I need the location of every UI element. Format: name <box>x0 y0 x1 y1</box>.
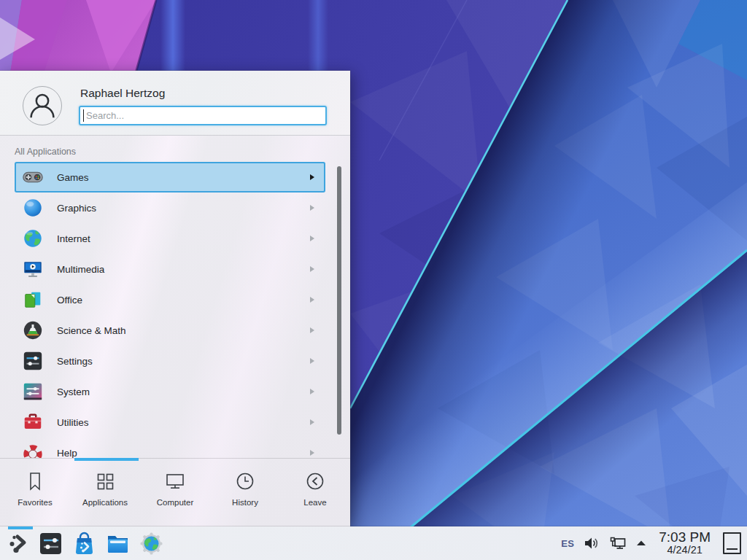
digital-clock[interactable]: 7:03 PM 4/24/21 <box>656 530 713 556</box>
grid-icon <box>94 470 116 492</box>
submenu-arrow-icon <box>310 174 314 180</box>
gamepad-icon <box>22 166 44 188</box>
user-avatar[interactable] <box>23 86 62 125</box>
bookmark-icon <box>24 470 46 492</box>
submenu-arrow-icon <box>310 450 314 456</box>
system-settings-button[interactable] <box>39 532 63 556</box>
toolbox-icon <box>22 411 44 433</box>
web-browser-button[interactable] <box>139 532 163 556</box>
exit-icon <box>304 470 326 492</box>
submenu-arrow-icon <box>310 327 314 333</box>
launcher-tab-bar: Favorites Applications Computer <box>0 458 350 526</box>
application-launcher-button[interactable] <box>0 526 35 560</box>
submenu-arrow-icon <box>310 236 314 241</box>
kde-launcher-icon <box>5 531 30 556</box>
submenu-arrow-icon <box>310 205 314 211</box>
show-desktop-icon <box>727 548 738 550</box>
active-tab-indicator <box>74 458 139 461</box>
category-graphics[interactable]: Graphics <box>15 192 325 223</box>
tab-favorites[interactable]: Favorites <box>0 459 70 526</box>
file-manager-button[interactable] <box>106 532 130 556</box>
taskbar-panel: ES <box>0 526 747 560</box>
monitor-play-icon <box>22 258 44 280</box>
system-settings-icon <box>39 532 63 556</box>
discover-button[interactable] <box>72 532 96 556</box>
category-list: Games Graphics <box>15 162 325 458</box>
sliders-dark-icon <box>22 350 44 372</box>
category-multimedia[interactable]: Multimedia <box>15 254 325 284</box>
show-desktop-button[interactable] <box>723 532 741 554</box>
flask-icon <box>22 319 44 341</box>
category-internet[interactable]: Internet <box>15 223 325 254</box>
browser-globe-icon <box>139 532 163 556</box>
blue-sphere-icon <box>22 197 44 219</box>
clock-date: 4/24/21 <box>659 545 711 556</box>
documents-icon <box>22 289 44 311</box>
search-input[interactable] <box>79 106 327 125</box>
pinned-apps <box>39 532 163 556</box>
system-tray: ES <box>561 526 747 560</box>
globe-icon <box>22 228 44 249</box>
volume-icon[interactable] <box>584 536 600 551</box>
launcher-header: Raphael Hertzog <box>0 71 350 136</box>
network-icon[interactable] <box>609 536 627 551</box>
clock-icon <box>234 470 256 492</box>
text-cursor <box>83 109 84 122</box>
category-office[interactable]: Office <box>15 284 325 315</box>
category-games[interactable]: Games <box>15 162 325 192</box>
lifebuoy-icon <box>22 442 44 458</box>
discover-icon <box>72 532 96 556</box>
category-utilities[interactable]: Utilities <box>15 407 325 438</box>
application-launcher-popup: Raphael Hertzog All Applications <box>0 71 350 526</box>
submenu-arrow-icon <box>310 389 314 394</box>
active-task-indicator <box>8 526 33 529</box>
expand-tray-icon[interactable] <box>636 540 646 546</box>
user-icon <box>23 87 61 125</box>
submenu-arrow-icon <box>310 419 314 425</box>
tab-computer[interactable]: Computer <box>140 459 210 526</box>
user-name: Raphael Hertzog <box>80 87 165 100</box>
scrollbar-thumb[interactable] <box>337 166 341 435</box>
clock-time: 7:03 PM <box>659 530 711 545</box>
category-science-math[interactable]: Science & Math <box>15 315 325 346</box>
keyboard-layout-indicator[interactable]: ES <box>561 538 574 549</box>
submenu-arrow-icon <box>310 297 314 303</box>
category-settings[interactable]: Settings <box>15 346 325 376</box>
category-help[interactable]: Help <box>15 438 325 458</box>
submenu-arrow-icon <box>310 266 314 272</box>
category-system[interactable]: System <box>15 376 325 407</box>
tab-applications[interactable]: Applications <box>70 459 140 526</box>
section-label: All Applications <box>15 147 76 157</box>
tab-history[interactable]: History <box>210 459 280 526</box>
monitor-icon <box>164 470 186 492</box>
dolphin-folder-icon <box>106 532 130 556</box>
tab-leave[interactable]: Leave <box>280 459 350 526</box>
desktop: Raphael Hertzog All Applications <box>0 0 747 560</box>
submenu-arrow-icon <box>310 358 314 364</box>
sliders-color-icon <box>22 381 44 402</box>
